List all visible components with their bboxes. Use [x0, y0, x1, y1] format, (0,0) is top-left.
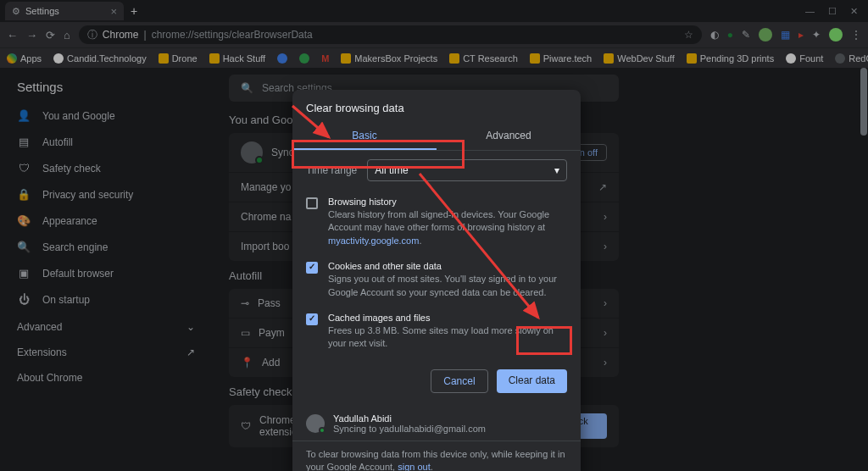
- time-range-row: Time range All time ▾: [292, 151, 581, 190]
- modal-title: Clear browsing data: [292, 90, 581, 123]
- option-cache[interactable]: Cached images and files Frees up 3.8 MB.…: [292, 306, 581, 357]
- tab-basic[interactable]: Basic: [292, 123, 437, 150]
- checkbox[interactable]: [306, 313, 318, 325]
- checkbox[interactable]: [306, 197, 318, 209]
- clear-data-button[interactable]: Clear data: [497, 369, 567, 393]
- modal-tabs: Basic Advanced: [292, 123, 581, 151]
- option-cookies[interactable]: Cookies and other site data Signs you ou…: [292, 254, 581, 306]
- chevron-down-icon: ▾: [554, 164, 559, 176]
- clear-data-modal: Clear browsing data Basic Advanced Time …: [292, 90, 581, 471]
- modal-user: Yadullah Abidi Syncing to yadullahabidi@…: [292, 405, 581, 434]
- modal-actions: Cancel Clear data: [292, 357, 581, 405]
- time-range-label: Time range: [306, 164, 357, 176]
- cancel-button[interactable]: Cancel: [431, 369, 487, 393]
- myactivity-link[interactable]: myactivity.google.com: [328, 236, 419, 246]
- option-history[interactable]: Browsing history Clears history from all…: [292, 190, 581, 254]
- checkbox[interactable]: [306, 262, 318, 274]
- avatar: [306, 414, 325, 433]
- modal-footer: To clear browsing data from this device …: [292, 441, 581, 471]
- time-range-select[interactable]: All time ▾: [367, 159, 567, 181]
- tab-advanced[interactable]: Advanced: [437, 123, 581, 150]
- signout-link[interactable]: sign out: [398, 462, 431, 471]
- scrollbar[interactable]: [860, 68, 867, 136]
